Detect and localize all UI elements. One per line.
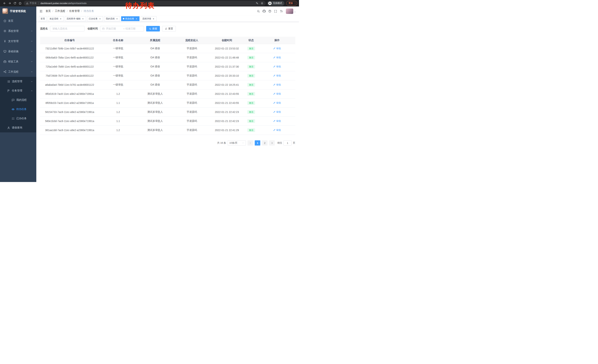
address-bar[interactable]: 不安全 dashboard.yudao.iocoder.cn/bpm/task/… [24, 1, 266, 6]
browser-menu-kebab-icon[interactable] [294, 2, 296, 5]
cell-created-time: 2022-01-22 21:48:48 [210, 56, 243, 59]
browser-home-button[interactable] [17, 1, 23, 6]
table-row: 8f059c03-7ac8-11ec-a9e2-a2380e71991a1.1测… [40, 98, 295, 108]
cell-status: 激活 [243, 83, 259, 87]
devtools-icon [3, 60, 7, 63]
cell-initiator: 芋道源码 [173, 110, 210, 114]
goto-suffix: 页 [293, 141, 295, 145]
sidebar-item-system[interactable]: 系统管理 [0, 26, 36, 36]
sidebar-item-process-mgmt[interactable]: 流程管理 [0, 77, 36, 86]
tab-close-icon[interactable]: × [82, 17, 84, 20]
cell-initiator: 芋道源码 [173, 101, 210, 105]
sidebar-item-label: 首页 [8, 19, 13, 23]
prev-page-button[interactable] [248, 140, 253, 146]
cell-action: 审批 [259, 65, 295, 68]
breadcrumb-item-home[interactable]: 首页 [46, 9, 51, 13]
approve-link[interactable]: 审批 [273, 129, 281, 132]
goto-page-input[interactable]: 1 [283, 140, 291, 146]
browser-back-button[interactable] [2, 1, 7, 6]
sidebar-item-payment[interactable]: 支付管理 [0, 36, 36, 46]
fullscreen-icon[interactable] [273, 8, 278, 14]
user-menu-caret-icon[interactable] [294, 11, 296, 13]
user-avatar[interactable] [286, 8, 293, 14]
app-logo[interactable]: 芋道管理系统 [0, 7, 36, 16]
home-icon [18, 2, 22, 5]
cell-task-id: 580e1b3d-7ac8-11ec-a9e2-a2380e71991a [40, 120, 99, 122]
refresh-icon [165, 28, 167, 30]
pen-icon [273, 129, 275, 131]
sidebar-item-workflow[interactable]: 工作流程 [0, 67, 36, 77]
approve-link[interactable]: 审批 [273, 110, 281, 114]
tab-label: 首页 [41, 17, 45, 20]
approve-link[interactable]: 审批 [273, 83, 281, 87]
tab-form-edit[interactable]: 流程表单-编辑× [65, 16, 86, 21]
bookmark-star-icon[interactable] [261, 2, 263, 5]
tab-close-icon[interactable]: × [152, 17, 155, 20]
breadcrumb-item-workflow[interactable]: 工作流程 [55, 9, 65, 13]
cell-status: 激活 [243, 119, 259, 123]
sidebar-item-label: 我的流程 [16, 98, 27, 102]
approve-link[interactable]: 审批 [273, 56, 281, 59]
tab-close-icon[interactable]: × [135, 17, 138, 20]
approve-link[interactable]: 审批 [273, 47, 281, 50]
sidebar-item-home[interactable]: 首页 [0, 16, 36, 26]
process-name-input[interactable]: 请输入流程名 [50, 26, 84, 32]
cell-process: OA 请假 [137, 47, 173, 50]
tab-close-icon[interactable]: × [99, 17, 101, 20]
start-date-placeholder: 开始日期 [106, 27, 123, 30]
cell-task-id: 381aa1dd-7ac8-11ec-a9e2-a2380e71991a [40, 129, 99, 132]
active-tab-dot [123, 18, 124, 19]
date-range-picker[interactable]: 开始日期 - 结束日期 [100, 26, 144, 32]
page-1-button[interactable]: 1 [255, 140, 260, 146]
tab-todo-task[interactable]: 待办任务× [121, 16, 140, 21]
tab-close-icon[interactable]: × [116, 17, 118, 20]
workflow-icon [3, 70, 7, 73]
github-icon[interactable] [261, 8, 267, 14]
approve-link[interactable]: 审批 [273, 74, 281, 77]
tab-start-process[interactable]: 发起流程× [48, 16, 64, 21]
create-time-label: 创建时间 [87, 27, 98, 30]
sidebar-item-todo-task[interactable]: 待办任务 [0, 105, 36, 114]
approve-link[interactable]: 审批 [273, 119, 281, 123]
sidebar-menu: 首页系统管理支付管理基础设施研发工具工作流程流程管理任务管理我的流程待办任务已办… [0, 16, 36, 132]
sidebar-item-infra[interactable]: 基础设施 [0, 46, 36, 57]
app-title: 芋道管理系统 [10, 9, 26, 13]
search-button[interactable]: 搜索 [146, 26, 160, 32]
goto-label: 前往 [277, 141, 282, 145]
chevron-down-icon [31, 30, 33, 32]
sidebar-item-leave-query[interactable]: 请假查询 [0, 123, 36, 132]
breadcrumb-item-task-mgmt[interactable]: 任务管理 [69, 9, 80, 13]
column-header: 操作 [259, 39, 295, 42]
tab-label: 待办任务 [125, 17, 134, 20]
tab-home[interactable]: 首页 [39, 16, 47, 21]
sidebar-item-label: 系统管理 [8, 29, 18, 33]
password-key-icon[interactable] [256, 2, 258, 5]
page-size-select[interactable]: 10条/页 [228, 140, 246, 146]
page-2-button[interactable]: 2 [262, 140, 267, 146]
column-header: 流程发起人 [173, 39, 210, 42]
url-host: dashboard.yudao.iocoder.cn [41, 2, 71, 5]
sidebar-item-devtools[interactable]: 研发工具 [0, 57, 36, 67]
tab-my-process[interactable]: 我的流程× [104, 16, 120, 21]
sidebar-toggle-icon[interactable] [39, 9, 43, 13]
sidebar-item-my-process[interactable]: 我的流程 [0, 95, 36, 105]
sidebar-item-task-mgmt[interactable]: 任务管理 [0, 86, 36, 95]
font-size-icon[interactable] [278, 8, 284, 14]
update-button[interactable]: 更新 [286, 1, 297, 6]
approve-link[interactable]: 审批 [273, 65, 281, 68]
help-icon[interactable] [267, 8, 273, 14]
tab-process-detail[interactable]: 流程详情× [141, 16, 157, 21]
approve-link[interactable]: 审批 [273, 92, 281, 96]
browser-reload-button[interactable] [12, 1, 17, 6]
status-badge: 激活 [247, 101, 255, 105]
cell-created-time: 2022-01-21 22:41:29 [210, 129, 243, 132]
tab-close-icon[interactable]: × [59, 17, 62, 20]
approve-link[interactable]: 审批 [273, 101, 281, 105]
browser-forward-button[interactable] [7, 1, 12, 6]
reset-button[interactable]: 重置 [162, 26, 176, 32]
next-page-button[interactable] [269, 140, 275, 146]
column-header: 任务编号 [40, 39, 99, 42]
tab-done-task[interactable]: 已办任务× [87, 16, 103, 21]
search-icon[interactable] [256, 8, 261, 14]
sidebar-item-done-task[interactable]: 已办任务 [0, 114, 36, 123]
